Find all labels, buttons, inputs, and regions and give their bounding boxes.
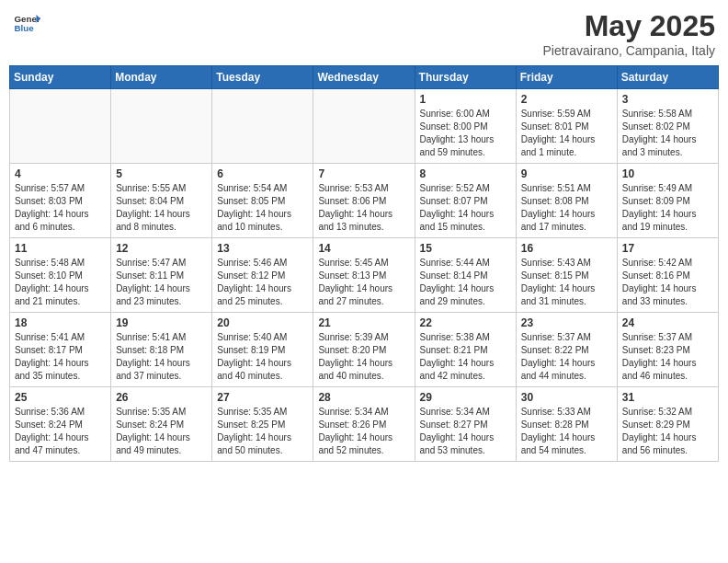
day-info: Sunrise: 5:35 AM Sunset: 8:25 PM Dayligh… xyxy=(217,406,308,457)
day-info: Sunrise: 5:34 AM Sunset: 8:26 PM Dayligh… xyxy=(318,406,409,457)
day-info: Sunrise: 5:37 AM Sunset: 8:22 PM Dayligh… xyxy=(521,331,612,383)
day-info: Sunrise: 5:51 AM Sunset: 8:08 PM Dayligh… xyxy=(521,182,612,234)
calendar-cell: 6Sunrise: 5:54 AM Sunset: 8:05 PM Daylig… xyxy=(212,164,313,238)
day-number: 22 xyxy=(420,316,511,329)
weekday-header-tuesday: Tuesday xyxy=(212,66,313,89)
calendar-cell: 15Sunrise: 5:44 AM Sunset: 8:14 PM Dayli… xyxy=(415,238,516,313)
calendar-week-4: 18Sunrise: 5:41 AM Sunset: 8:17 PM Dayli… xyxy=(10,313,719,387)
day-number: 30 xyxy=(521,391,612,404)
calendar-cell: 12Sunrise: 5:47 AM Sunset: 8:11 PM Dayli… xyxy=(111,238,212,313)
calendar-cell: 30Sunrise: 5:33 AM Sunset: 8:28 PM Dayli… xyxy=(516,387,617,462)
calendar-cell xyxy=(10,89,111,164)
page-header: General Blue May 2025 Pietravairano, Cam… xyxy=(9,9,719,58)
day-number: 23 xyxy=(521,316,612,329)
day-info: Sunrise: 5:40 AM Sunset: 8:19 PM Dayligh… xyxy=(217,331,308,383)
calendar-week-2: 4Sunrise: 5:57 AM Sunset: 8:03 PM Daylig… xyxy=(10,164,719,238)
day-number: 5 xyxy=(116,167,207,180)
day-info: Sunrise: 5:48 AM Sunset: 8:10 PM Dayligh… xyxy=(15,257,106,308)
day-number: 6 xyxy=(217,167,308,180)
calendar-table: SundayMondayTuesdayWednesdayThursdayFrid… xyxy=(9,65,719,462)
calendar-cell: 28Sunrise: 5:34 AM Sunset: 8:26 PM Dayli… xyxy=(313,387,415,462)
calendar-cell: 27Sunrise: 5:35 AM Sunset: 8:25 PM Dayli… xyxy=(212,387,313,462)
day-number: 1 xyxy=(420,93,511,106)
day-info: Sunrise: 5:41 AM Sunset: 8:18 PM Dayligh… xyxy=(116,331,207,383)
calendar-cell: 24Sunrise: 5:37 AM Sunset: 8:23 PM Dayli… xyxy=(617,313,718,387)
logo-icon: General Blue xyxy=(13,9,40,37)
calendar-cell: 21Sunrise: 5:39 AM Sunset: 8:20 PM Dayli… xyxy=(313,313,415,387)
day-info: Sunrise: 5:55 AM Sunset: 8:04 PM Dayligh… xyxy=(116,182,207,234)
day-number: 15 xyxy=(420,242,511,255)
calendar-cell: 8Sunrise: 5:52 AM Sunset: 8:07 PM Daylig… xyxy=(415,164,516,238)
day-number: 10 xyxy=(622,167,713,180)
day-number: 17 xyxy=(622,242,713,255)
calendar-cell xyxy=(212,89,313,164)
day-number: 31 xyxy=(622,391,713,404)
calendar-cell: 10Sunrise: 5:49 AM Sunset: 8:09 PM Dayli… xyxy=(617,164,718,238)
calendar-cell: 4Sunrise: 5:57 AM Sunset: 8:03 PM Daylig… xyxy=(10,164,111,238)
calendar-cell: 5Sunrise: 5:55 AM Sunset: 8:04 PM Daylig… xyxy=(111,164,212,238)
day-info: Sunrise: 5:52 AM Sunset: 8:07 PM Dayligh… xyxy=(420,182,511,234)
day-info: Sunrise: 5:42 AM Sunset: 8:16 PM Dayligh… xyxy=(622,257,713,308)
calendar-cell: 14Sunrise: 5:45 AM Sunset: 8:13 PM Dayli… xyxy=(313,238,415,313)
location: Pietravairano, Campania, Italy xyxy=(542,43,715,58)
weekday-header-wednesday: Wednesday xyxy=(313,66,415,89)
day-number: 8 xyxy=(420,167,511,180)
calendar-cell: 16Sunrise: 5:43 AM Sunset: 8:15 PM Dayli… xyxy=(516,238,617,313)
calendar-cell: 13Sunrise: 5:46 AM Sunset: 8:12 PM Dayli… xyxy=(212,238,313,313)
day-info: Sunrise: 5:53 AM Sunset: 8:06 PM Dayligh… xyxy=(318,182,409,234)
day-number: 3 xyxy=(622,93,713,106)
day-number: 25 xyxy=(15,391,106,404)
day-info: Sunrise: 5:45 AM Sunset: 8:13 PM Dayligh… xyxy=(318,257,409,308)
calendar-week-3: 11Sunrise: 5:48 AM Sunset: 8:10 PM Dayli… xyxy=(10,238,719,313)
day-number: 7 xyxy=(318,167,409,180)
day-number: 19 xyxy=(116,316,207,329)
day-number: 9 xyxy=(521,167,612,180)
calendar-cell: 22Sunrise: 5:38 AM Sunset: 8:21 PM Dayli… xyxy=(415,313,516,387)
calendar-cell: 9Sunrise: 5:51 AM Sunset: 8:08 PM Daylig… xyxy=(516,164,617,238)
day-number: 21 xyxy=(318,316,409,329)
weekday-header-sunday: Sunday xyxy=(10,66,111,89)
day-number: 16 xyxy=(521,242,612,255)
day-number: 2 xyxy=(521,93,612,106)
calendar-cell xyxy=(313,89,415,164)
weekday-header-monday: Monday xyxy=(111,66,212,89)
calendar-cell: 25Sunrise: 5:36 AM Sunset: 8:24 PM Dayli… xyxy=(10,387,111,462)
weekday-header-thursday: Thursday xyxy=(415,66,516,89)
calendar-cell: 23Sunrise: 5:37 AM Sunset: 8:22 PM Dayli… xyxy=(516,313,617,387)
day-number: 20 xyxy=(217,316,308,329)
calendar-cell: 31Sunrise: 5:32 AM Sunset: 8:29 PM Dayli… xyxy=(617,387,718,462)
day-info: Sunrise: 5:33 AM Sunset: 8:28 PM Dayligh… xyxy=(521,406,612,457)
day-info: Sunrise: 5:46 AM Sunset: 8:12 PM Dayligh… xyxy=(217,257,308,308)
month-title: May 2025 xyxy=(542,9,715,43)
calendar-cell: 26Sunrise: 5:35 AM Sunset: 8:24 PM Dayli… xyxy=(111,387,212,462)
day-number: 29 xyxy=(420,391,511,404)
day-info: Sunrise: 6:00 AM Sunset: 8:00 PM Dayligh… xyxy=(420,108,511,159)
day-info: Sunrise: 5:32 AM Sunset: 8:29 PM Dayligh… xyxy=(622,406,713,457)
day-info: Sunrise: 5:34 AM Sunset: 8:27 PM Dayligh… xyxy=(420,406,511,457)
day-number: 14 xyxy=(318,242,409,255)
calendar-cell: 17Sunrise: 5:42 AM Sunset: 8:16 PM Dayli… xyxy=(617,238,718,313)
day-info: Sunrise: 5:47 AM Sunset: 8:11 PM Dayligh… xyxy=(116,257,207,308)
calendar-cell: 19Sunrise: 5:41 AM Sunset: 8:18 PM Dayli… xyxy=(111,313,212,387)
calendar-week-5: 25Sunrise: 5:36 AM Sunset: 8:24 PM Dayli… xyxy=(10,387,719,462)
calendar-cell: 3Sunrise: 5:58 AM Sunset: 8:02 PM Daylig… xyxy=(617,89,718,164)
day-number: 11 xyxy=(15,242,106,255)
day-number: 4 xyxy=(15,167,106,180)
day-info: Sunrise: 5:43 AM Sunset: 8:15 PM Dayligh… xyxy=(521,257,612,308)
day-info: Sunrise: 5:39 AM Sunset: 8:20 PM Dayligh… xyxy=(318,331,409,383)
calendar-cell: 1Sunrise: 6:00 AM Sunset: 8:00 PM Daylig… xyxy=(415,89,516,164)
calendar-cell: 29Sunrise: 5:34 AM Sunset: 8:27 PM Dayli… xyxy=(415,387,516,462)
calendar-cell: 20Sunrise: 5:40 AM Sunset: 8:19 PM Dayli… xyxy=(212,313,313,387)
day-info: Sunrise: 5:54 AM Sunset: 8:05 PM Dayligh… xyxy=(217,182,308,234)
day-number: 18 xyxy=(15,316,106,329)
day-info: Sunrise: 5:59 AM Sunset: 8:01 PM Dayligh… xyxy=(521,108,612,159)
day-info: Sunrise: 5:35 AM Sunset: 8:24 PM Dayligh… xyxy=(116,406,207,457)
day-number: 24 xyxy=(622,316,713,329)
day-number: 13 xyxy=(217,242,308,255)
day-info: Sunrise: 5:41 AM Sunset: 8:17 PM Dayligh… xyxy=(15,331,106,383)
calendar-cell: 7Sunrise: 5:53 AM Sunset: 8:06 PM Daylig… xyxy=(313,164,415,238)
title-block: May 2025 Pietravairano, Campania, Italy xyxy=(542,9,715,58)
day-info: Sunrise: 5:38 AM Sunset: 8:21 PM Dayligh… xyxy=(420,331,511,383)
day-number: 28 xyxy=(318,391,409,404)
day-info: Sunrise: 5:44 AM Sunset: 8:14 PM Dayligh… xyxy=(420,257,511,308)
